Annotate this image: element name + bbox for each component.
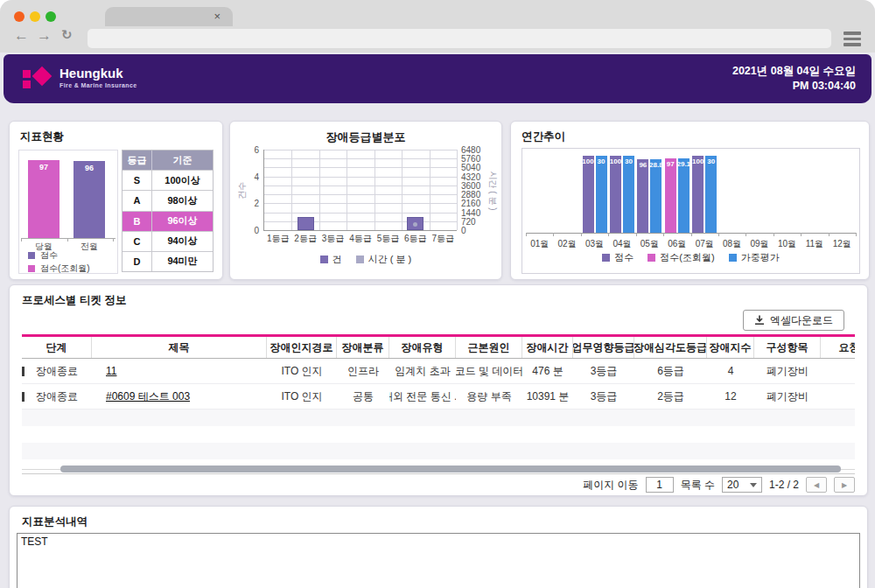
axis-tick — [718, 233, 719, 236]
x-tick-label: 1등급 — [264, 233, 291, 245]
traffic-light-zoom-icon[interactable] — [46, 11, 56, 22]
table-cell: 인프라 — [337, 359, 389, 383]
table-cell: ITO 인지 — [267, 384, 337, 409]
y-axis-label-right: 시간 ( 분 ) — [486, 159, 499, 222]
grade-cell: 98이상 — [152, 191, 213, 210]
row-edge-marker — [22, 367, 24, 376]
gridline-v — [430, 150, 430, 230]
grade-cell: S — [122, 171, 152, 190]
page-size-select[interactable]: 20 — [722, 477, 762, 493]
table-cell: 폐기장비 — [754, 384, 821, 409]
column-header: 구성항목 — [754, 337, 821, 358]
gridline-v — [319, 150, 320, 230]
chart-title: 장애등급별분포 — [230, 130, 501, 145]
table-cell: 2등급 — [634, 384, 707, 409]
menu-icon[interactable] — [844, 32, 861, 49]
legend-label: 점수 — [614, 251, 634, 264]
table-cell: 11 — [92, 359, 267, 383]
page-size-value: 20 — [727, 479, 738, 491]
table-row[interactable]: 장애종료#0609 테스트 003ITO 인지공통대외 전문 통신 ...용량 … — [22, 384, 855, 410]
forward-icon[interactable]: → — [37, 27, 52, 45]
table-cell: 대외 전문 통신 ... — [389, 384, 456, 409]
table-cell: 장애종료 — [22, 359, 92, 383]
grade-table-header: 등급기준 — [122, 150, 213, 170]
annual-chart-plot: 01월02월03월04월05월06월07월08월09월10월11월12월1003… — [522, 148, 860, 274]
table-body: 장애종료11ITO 인지인프라임계치 초과코드 및 데이터476 분3등급6등급… — [22, 359, 855, 410]
grade-cell: 94이상 — [152, 232, 213, 251]
weight-bar: 29.1 — [678, 158, 690, 233]
browser-tab[interactable]: × — [105, 7, 233, 26]
table-cell: 3등급 — [573, 359, 634, 383]
gridline-v — [291, 150, 292, 230]
panel-annual-trend: 연간추이 01월02월03월04월05월06월07월08월09월10월11월12… — [510, 121, 870, 280]
x-tick-label: 10월 — [774, 238, 801, 250]
gridline-h — [264, 167, 457, 168]
gridline-h — [264, 194, 457, 195]
table-cell: ITO 인지 — [267, 359, 337, 383]
reload-icon[interactable]: ↻ — [61, 27, 73, 43]
traffic-light-close-icon[interactable] — [14, 11, 24, 22]
dropdown-arrow-icon — [750, 483, 757, 487]
page-move-label: 페이지 이동 — [583, 478, 638, 493]
horizontal-scrollbar-thumb[interactable] — [60, 466, 841, 472]
page-number-input[interactable]: 1 — [646, 477, 674, 493]
grade-table-row: A98이상 — [122, 190, 213, 210]
column-header: 장애분류 — [337, 337, 389, 358]
chart-legend: 점수점수(조회월)가중평가 — [522, 251, 859, 264]
count-bar — [298, 217, 314, 230]
gridline-h — [264, 177, 457, 178]
gridline-h — [264, 150, 457, 150]
table-cell: 12 — [707, 384, 754, 409]
app-header: Heungkuk Fire & Marine Insurance 2021년 0… — [4, 54, 872, 103]
brand-subtitle: Fire & Marine Insurance — [60, 82, 137, 88]
back-icon[interactable]: ← — [14, 27, 29, 45]
address-bar[interactable] — [88, 29, 831, 48]
table-cell: 6등급 — [634, 359, 707, 383]
panel-title: 지표분석내역 — [22, 514, 88, 529]
legend-label: 가중평가 — [741, 251, 780, 264]
x-tick-label: 4등급 — [346, 233, 374, 245]
table-row[interactable]: 장애종료11ITO 인지인프라임계치 초과코드 및 데이터476 분3등급6등급… — [22, 359, 855, 384]
ticket-link[interactable]: 11 — [106, 365, 116, 377]
x-tick-label: 01월 — [526, 238, 553, 250]
tab-close-icon[interactable]: × — [214, 10, 220, 23]
analysis-textarea[interactable]: TEST — [17, 533, 860, 588]
chart-legend: 건시간 ( 분 ) — [230, 253, 501, 266]
prev-page-button[interactable]: ◀ — [806, 477, 827, 493]
table-header-row: 단계제목장애인지경로장애분류장애유형근본원인장애시간업무영향등급장애심각도등급장… — [22, 334, 855, 359]
score-bar: 97 — [28, 160, 60, 238]
score-bar-value: 97 — [28, 163, 60, 172]
panel-title: 지표현황 — [20, 130, 64, 144]
logo-square-icon — [23, 70, 31, 78]
table-cell: 4 — [707, 359, 754, 383]
grade-cell: B — [122, 212, 152, 231]
next-page-button[interactable]: ▶ — [834, 477, 855, 493]
grade-cell: 96이상 — [152, 212, 213, 231]
browser-chrome: × ← → ↻ — [0, 0, 875, 52]
weight-bar-value: 30 — [703, 158, 719, 165]
axis-tick — [553, 233, 554, 236]
axis-tick — [829, 233, 830, 236]
panel-indicator-analysis: 지표분석내역 TEST — [9, 506, 868, 588]
gridline-v — [346, 150, 347, 230]
gridline-v — [374, 150, 375, 230]
x-tick-label: 09월 — [746, 238, 773, 250]
axis-tick — [608, 233, 609, 236]
axis-tick — [801, 233, 802, 236]
axis-tick — [746, 233, 746, 236]
axis-tick — [691, 233, 692, 236]
ticket-link[interactable]: #0609 테스트 003 — [106, 389, 190, 404]
header-time: PM 03:04:40 — [732, 79, 856, 94]
traffic-light-minimize-icon[interactable] — [30, 11, 40, 22]
legend-item: 시간 ( 분 ) — [356, 253, 412, 266]
table-cell: 공통 — [337, 384, 389, 409]
legend-label: 시간 ( 분 ) — [368, 253, 412, 266]
weight-bar: 30 — [705, 156, 717, 233]
legend-swatch-icon — [356, 256, 364, 263]
legend-swatch-icon — [602, 254, 610, 262]
x-tick-label: 2등급 — [291, 233, 318, 245]
score-bar-value: 96 — [74, 164, 105, 172]
gridline-v — [402, 150, 402, 230]
grade-cell: C — [122, 232, 152, 251]
excel-download-button[interactable]: 엑셀다운로드 — [743, 310, 844, 331]
